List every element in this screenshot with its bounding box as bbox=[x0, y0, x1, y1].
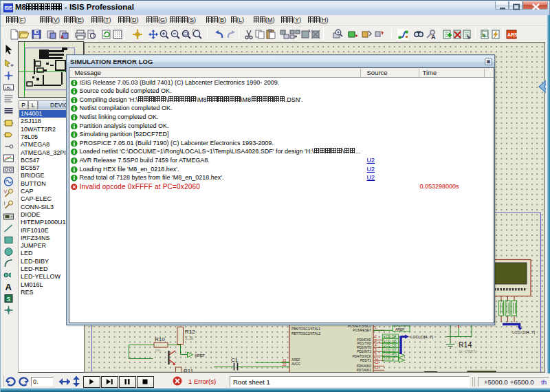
svg-text:C1: C1 bbox=[231, 357, 239, 363]
svg-text:R10: R10 bbox=[155, 336, 165, 342]
svg-text:PB7/TOSC2/XTAL2: PB7/TOSC2/XTAL2 bbox=[292, 332, 320, 336]
svg-text:R12: R12 bbox=[185, 329, 195, 335]
svg-text:3: 3 bbox=[375, 339, 377, 342]
svg-text:2: 2 bbox=[375, 335, 377, 338]
svg-text:R14: R14 bbox=[459, 340, 472, 349]
svg-text:LCD_E: LCD_E bbox=[384, 358, 394, 361]
svg-text:$: $ bbox=[483, 32, 486, 39]
svg-text:V: V bbox=[4, 189, 8, 194]
svg-text:PD1/TXD: PD1/TXD bbox=[358, 342, 372, 345]
svg-text:PD4/T0/XCK: PD4/T0/XCK bbox=[353, 355, 372, 358]
svg-text:PD3/INT1: PD3/INT1 bbox=[357, 350, 371, 353]
svg-text:AREF: AREF bbox=[395, 327, 404, 331]
svg-text:PD5/T1: PD5/T1 bbox=[360, 359, 372, 362]
svg-text:4: 4 bbox=[375, 344, 377, 347]
svg-text:LBL: LBL bbox=[5, 86, 12, 90]
svg-text:AREF: AREF bbox=[195, 353, 205, 358]
svg-text:R11: R11 bbox=[184, 368, 194, 372]
svg-text:1: 1 bbox=[375, 326, 377, 329]
svg-text:LCD_D5: LCD_D5 bbox=[384, 340, 397, 343]
svg-text:PD2/INT0: PD2/INT0 bbox=[357, 346, 371, 349]
svg-text:5: 5 bbox=[375, 348, 377, 351]
svg-text:PD7/AIN1: PD7/AIN1 bbox=[357, 369, 372, 372]
svg-text:LCD_RS: LCD_RS bbox=[384, 353, 397, 356]
svg-text:6: 6 bbox=[375, 352, 377, 356]
svg-text:LCD_D6: LCD_D6 bbox=[384, 344, 397, 347]
svg-text:21: 21 bbox=[283, 359, 287, 362]
svg-text:LCD_D7: LCD_D7 bbox=[384, 349, 397, 352]
svg-text:PB6/TOSC1/XTAL1: PB6/TOSC1/XTAL1 bbox=[292, 327, 320, 331]
svg-text:3.3k: 3.3k bbox=[185, 336, 194, 340]
svg-text:13: 13 bbox=[375, 366, 379, 369]
svg-text:A: A bbox=[6, 282, 12, 292]
svg-text:33k: 33k bbox=[155, 348, 161, 352]
svg-text:12: 12 bbox=[375, 361, 379, 364]
svg-text:LCD_D[4..7]: LCD_D[4..7] bbox=[512, 330, 535, 334]
svg-text:11: 11 bbox=[375, 357, 378, 360]
svg-text:LCD_D4: LCD_D4 bbox=[384, 335, 397, 338]
svg-text:PD6/AIN0: PD6/AIN0 bbox=[357, 364, 372, 368]
svg-text:A: A bbox=[431, 34, 436, 40]
svg-text:AVCC: AVCC bbox=[292, 362, 301, 366]
svg-text:AREF: AREF bbox=[292, 358, 300, 362]
svg-text:ARS: ARS bbox=[507, 32, 517, 37]
svg-text:PC6/RESET: PC6/RESET bbox=[353, 329, 371, 332]
svg-text:I: I bbox=[4, 201, 6, 206]
svg-text:S: S bbox=[7, 296, 11, 303]
svg-text:20: 20 bbox=[283, 363, 287, 367]
svg-text:LCD_D[4..7]: LCD_D[4..7] bbox=[410, 335, 433, 339]
svg-text:1k <TEXT>: 1k <TEXT> bbox=[459, 349, 478, 353]
